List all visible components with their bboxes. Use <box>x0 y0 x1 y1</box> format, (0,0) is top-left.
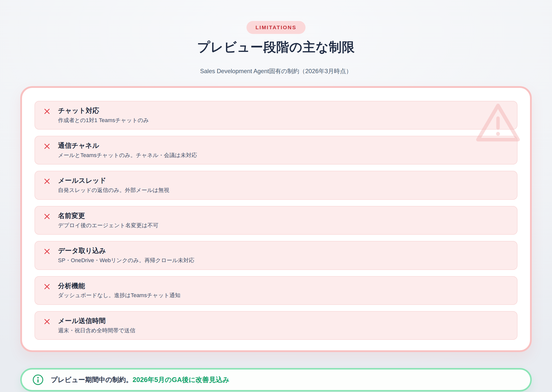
page-subtitle: Sales Development Agent固有の制約（2026年3月時点） <box>200 67 352 75</box>
x-mark-icon <box>44 213 50 220</box>
limitation-row: メール送信時間 週末・祝日含め全時間帯で送信 <box>34 311 518 340</box>
limitation-title: メールスレッド <box>58 177 169 185</box>
limitation-description: デプロイ後のエージェント名変更は不可 <box>58 222 158 229</box>
info-icon <box>32 374 44 386</box>
limitation-text: データ取り込み SP・OneDrive・Webリンクのみ。再帰クロール未対応 <box>58 247 194 264</box>
limitation-row: メールスレッド 自発スレッドの返信のみ。外部メールは無視 <box>34 171 518 199</box>
limitation-title: メール送信時間 <box>58 317 135 325</box>
limitation-description: ダッシュボードなし。進捗はTeamsチャット通知 <box>58 292 180 299</box>
limitation-text: 通信チャネル メールとTeamsチャットのみ。チャネル・会議は未対応 <box>58 142 197 159</box>
limitation-description: 作成者との1対1 Teamsチャットのみ <box>58 117 149 124</box>
limitation-text: メール送信時間 週末・祝日含め全時間帯で送信 <box>58 317 135 334</box>
limitation-title: 通信チャネル <box>58 142 197 150</box>
limitation-title: 分析機能 <box>58 282 180 290</box>
note-highlight: 2026年5月のGA後に改善見込み <box>132 376 229 384</box>
note-prefix: プレビュー期間中の制約。 <box>51 376 132 384</box>
limitation-row: 名前変更 デプロイ後のエージェント名変更は不可 <box>34 206 518 235</box>
limitation-row: チャット対応 作成者との1対1 Teamsチャットのみ <box>34 101 518 130</box>
limitation-row: データ取り込み SP・OneDrive・Webリンクのみ。再帰クロール未対応 <box>34 241 518 270</box>
limitation-description: 週末・祝日含め全時間帯で送信 <box>58 327 135 334</box>
page-title: プレビュー段階の主な制限 <box>197 40 355 55</box>
note-text: プレビュー期間中の制約。2026年5月のGA後に改善見込み <box>51 376 230 384</box>
limitations-badge: LIMITATIONS <box>246 21 306 34</box>
limitation-title: チャット対応 <box>58 107 149 115</box>
limitation-description: 自発スレッドの返信のみ。外部メールは無視 <box>58 187 169 194</box>
limitation-title: 名前変更 <box>58 212 158 220</box>
x-mark-icon <box>44 178 50 185</box>
limitation-row: 分析機能 ダッシュボードなし。進捗はTeamsチャット通知 <box>34 276 518 305</box>
limitation-text: 分析機能 ダッシュボードなし。進捗はTeamsチャット通知 <box>58 282 180 299</box>
limitation-text: チャット対応 作成者との1対1 Teamsチャットのみ <box>58 107 149 124</box>
limitation-description: メールとTeamsチャットのみ。チャネル・会議は未対応 <box>58 152 197 159</box>
x-mark-icon <box>44 248 50 255</box>
limitations-list: チャット対応 作成者との1対1 Teamsチャットのみ 通信チャネル メールとT… <box>34 101 518 340</box>
slide: LIMITATIONS プレビュー段階の主な制限 Sales Developme… <box>0 0 552 392</box>
note-bar: プレビュー期間中の制約。2026年5月のGA後に改善見込み <box>20 368 532 392</box>
limitation-title: データ取り込み <box>58 247 194 255</box>
limitation-description: SP・OneDrive・Webリンクのみ。再帰クロール未対応 <box>58 257 194 264</box>
x-mark-icon <box>44 143 50 150</box>
x-mark-icon <box>44 108 50 115</box>
x-mark-icon <box>44 283 50 290</box>
x-mark-icon <box>44 318 50 325</box>
limitations-card: チャット対応 作成者との1対1 Teamsチャットのみ 通信チャネル メールとT… <box>20 86 532 352</box>
limitation-text: 名前変更 デプロイ後のエージェント名変更は不可 <box>58 212 158 229</box>
limitation-row: 通信チャネル メールとTeamsチャットのみ。チャネル・会議は未対応 <box>34 136 518 165</box>
limitation-text: メールスレッド 自発スレッドの返信のみ。外部メールは無視 <box>58 177 169 194</box>
